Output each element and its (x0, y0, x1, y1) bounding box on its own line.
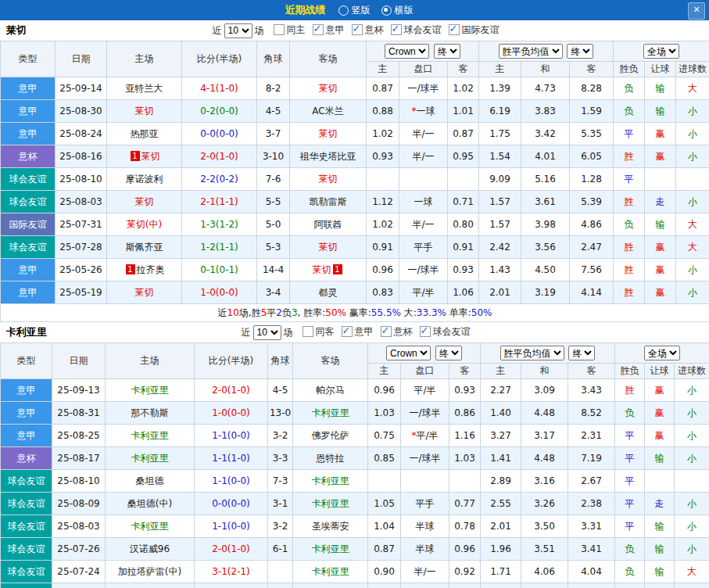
summary-row: 近10场,胜5平2负3, 胜率:50% 赢率:55.5% 大:33.3% 单率:… (1, 304, 709, 322)
avg-final-select[interactable]: 终 (568, 346, 595, 360)
handicap-odds-away: 0.96 (449, 538, 481, 561)
filter-checkbox[interactable]: 球会友谊 (391, 23, 442, 37)
scope-select[interactable]: 全场 (643, 44, 679, 59)
home-team: 斯佩齐亚 (107, 236, 182, 259)
filter-checkbox[interactable]: 国际友谊 (449, 23, 500, 37)
home-team: 加拉塔萨雷(中) (106, 561, 195, 583)
filter-checkbox[interactable]: 球会友谊 (420, 325, 471, 339)
titlebar: 近期战绩 竖版 横版 ✕ (0, 0, 709, 20)
handicap-line: 半/一 (399, 123, 448, 145)
avg-odds-home: 1.43 (479, 259, 521, 281)
odds-final-select[interactable]: 终 (434, 44, 460, 59)
score-halftime: 2-0(1-0) (195, 538, 268, 561)
handicap-line (401, 583, 449, 588)
checkbox-checked-icon[interactable] (381, 326, 392, 337)
home-team-name: 桑坦德 (136, 475, 164, 486)
match-count-select[interactable]: 10 (253, 325, 281, 340)
col-goals: 进球数 (675, 364, 709, 379)
col-away: 客场 (290, 41, 367, 77)
filter-checkbox[interactable]: 同客 (303, 325, 335, 339)
avg-select[interactable]: 胜平负均值 (500, 346, 564, 360)
checkbox-checked-icon[interactable] (391, 24, 402, 35)
handicap-odds-home: 1.05 (368, 493, 401, 515)
checkbox-checked-icon[interactable] (342, 326, 353, 337)
checkbox-unchecked-icon[interactable] (303, 326, 313, 337)
score-halftime: 1-1(0-0) (195, 515, 268, 538)
radio-unselected-icon[interactable] (338, 5, 349, 16)
match-count-select[interactable]: 10 (224, 23, 252, 38)
checkbox-unchecked-icon[interactable] (274, 24, 285, 35)
handicap-line: 平手 (399, 236, 448, 259)
avg-odds-away: 4.14 (570, 281, 614, 304)
avg-odds-away: 6.05 (570, 145, 614, 168)
col-score: 比分(半场) (195, 343, 268, 379)
away-team: 凯勒雷斯 (290, 191, 367, 213)
avg-odds-home: 1.40 (481, 402, 521, 425)
col-home: 主场 (107, 41, 182, 77)
match-row: 球会友谊25-08-03卡利亚里1-1(0-0)3-2圣埃蒂安1.04半球0.7… (1, 515, 709, 538)
avg-select[interactable]: 胜平负均值 (499, 44, 563, 59)
handicap-result: 赢 (645, 145, 676, 168)
home-team-name: 莱切 (135, 106, 154, 117)
handicap-result: 输 (645, 213, 676, 236)
scope-select[interactable]: 全场 (644, 346, 680, 360)
bookmaker-select[interactable]: Crown (386, 346, 431, 360)
avg-odds-away: 7.56 (570, 259, 614, 281)
score-halftime: 2-0(1-0) (182, 145, 257, 168)
layout-radio-horizontal[interactable]: 横版 (381, 4, 414, 17)
avg-final-select[interactable]: 终 (567, 44, 593, 59)
checkbox-checked-icon[interactable] (420, 326, 431, 337)
checkbox-checked-icon[interactable] (352, 24, 363, 35)
handicap-odds-away: 1.06 (448, 281, 479, 304)
col-type: 类型 (1, 343, 52, 379)
col-avg-draw: 和 (521, 62, 570, 77)
close-icon[interactable]: ✕ (688, 2, 705, 20)
home-team: 卡利亚里 (106, 379, 195, 402)
avg-odds-draw: 14.91 (521, 583, 568, 588)
match-row: 意甲25-09-13卡利亚里2-0(1-0)4-5帕尔马0.96平/半0.932… (1, 379, 709, 402)
home-team-name: 斯佩齐亚 (126, 242, 163, 253)
avg-odds-away: 2.47 (570, 236, 614, 259)
goals-result: 小 (676, 191, 709, 213)
match-row: 球会友谊25-08-09桑坦德(中)0-0(0-0)3-1卡利亚里1.05平手0… (1, 493, 709, 515)
away-team: 卡利亚里 (293, 470, 368, 493)
checkbox-checked-icon[interactable] (449, 24, 460, 35)
home-team: 1拉齐奥 (107, 259, 182, 281)
red-card-badge: 1 (126, 264, 135, 274)
bookmaker-select[interactable]: Crown (385, 44, 429, 59)
odds-final-select[interactable]: 终 (435, 346, 462, 360)
filter-checkbox[interactable]: 同主 (274, 23, 306, 37)
away-team: 帕尔马 (293, 379, 368, 402)
filter-checkbox[interactable]: 意甲 (342, 325, 374, 339)
avg-odds-away: 3.43 (568, 379, 615, 402)
competition-type: 意甲 (1, 379, 52, 402)
avg-odds-draw: 4.50 (521, 259, 570, 281)
layout-radio-vertical[interactable]: 竖版 (338, 4, 371, 17)
away-team: 卡利亚里 (293, 561, 368, 583)
avg-odds-away: 5.35 (570, 123, 614, 145)
filter-checkbox[interactable]: 意甲 (313, 23, 345, 37)
competition-type: 球会友谊 (1, 236, 56, 259)
goals-result: 大 (675, 561, 709, 583)
filter-checkbox[interactable]: 意杯 (381, 325, 413, 339)
avg-odds-home: 1.71 (481, 561, 521, 583)
checkbox-checked-icon[interactable] (313, 24, 324, 35)
home-team-name: 莱切 (141, 151, 160, 162)
result-wdl: 胜 (614, 191, 645, 213)
handicap-result: 走 (645, 493, 675, 515)
asterisk-marker: * (412, 106, 417, 117)
score-halftime: 2-0(1-0) (195, 379, 268, 402)
handicap-odds-home: 1.04 (368, 515, 401, 538)
match-date: 25-09-14 (56, 77, 107, 100)
filter-checkbox[interactable]: 意杯 (352, 23, 384, 37)
handicap-result: 赢 (645, 425, 675, 447)
goals-result: 小 (675, 515, 709, 538)
handicap-odds-away: 0.95 (448, 145, 479, 168)
home-team-name: 卡利亚里 (131, 385, 169, 396)
competition-type: 意甲 (1, 425, 52, 447)
radio-selected-icon[interactable] (381, 5, 392, 16)
scope-header-cell: 全场 (615, 343, 709, 364)
handicap-result: 赢 (645, 123, 676, 145)
result-wdl: 平 (614, 123, 645, 145)
match-date: 25-08-10 (52, 470, 106, 493)
